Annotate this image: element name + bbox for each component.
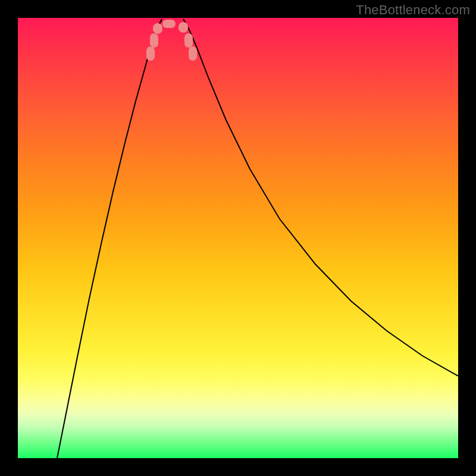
curve-right-branch [183,19,458,376]
curve-layer [18,18,458,458]
highlight-marker [146,46,155,61]
highlight-marker [184,33,193,48]
highlight-marker [162,20,176,28]
plot-area [18,18,458,458]
marker-group [146,20,197,61]
highlight-marker [189,46,197,61]
chart-frame: TheBottleneck.com [0,0,476,476]
highlight-marker [150,33,158,48]
watermark-text: TheBottleneck.com [356,2,470,18]
highlight-marker [178,22,188,33]
highlight-marker [153,23,162,34]
curve-left-branch [57,19,162,458]
